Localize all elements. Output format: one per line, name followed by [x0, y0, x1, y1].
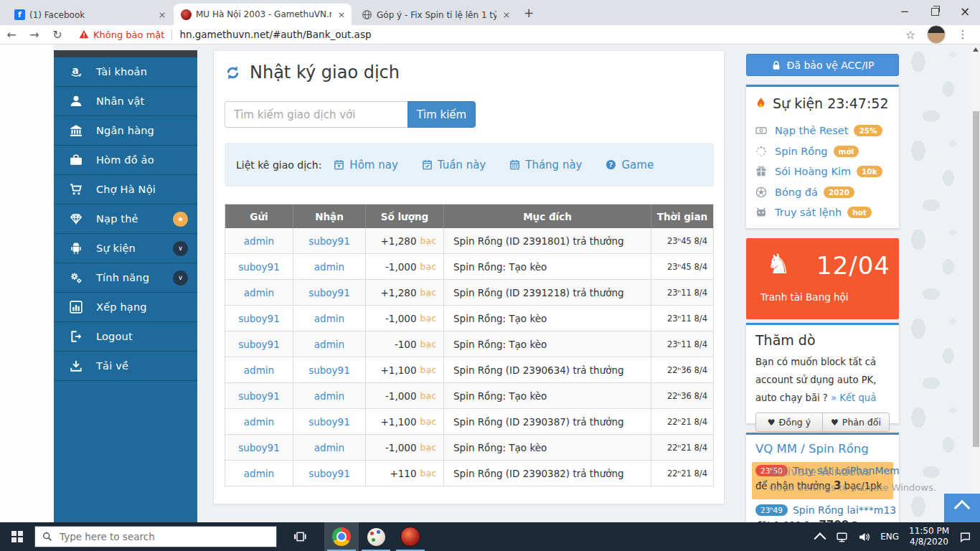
receiver-link[interactable]: admin: [314, 339, 344, 350]
receiver-link[interactable]: suboy91: [308, 416, 350, 428]
sender-link[interactable]: suboy91: [238, 339, 280, 350]
network-icon[interactable]: [836, 531, 848, 543]
sidebar-item-nhan-vat[interactable]: Nhân vật: [54, 87, 197, 116]
sender-link[interactable]: suboy91: [238, 390, 280, 402]
decorative-background: [903, 44, 971, 522]
spin-feed-link[interactable]: Truy sát LoiPhanMem: [793, 465, 900, 476]
chrome-taskbar-icon[interactable]: [324, 522, 359, 551]
poll-disagree-button[interactable]: Phản đối: [822, 413, 890, 432]
sender-link[interactable]: admin: [244, 287, 274, 298]
volume-icon[interactable]: [858, 531, 870, 543]
tab-close-icon[interactable]: [501, 9, 512, 21]
mu-game-taskbar-icon[interactable]: [393, 522, 428, 551]
tab-close-icon[interactable]: [156, 9, 168, 21]
url-text[interactable]: hn.gamethuvn.net/#auth/Bank_out.asp: [179, 29, 371, 40]
sidebar-item-hom-do-ao[interactable]: Hòm đồ ảo: [54, 146, 197, 175]
reload-button[interactable]: [46, 28, 69, 42]
spin-feed-link[interactable]: Spin Rồng lai***m13: [793, 504, 896, 516]
amount-cell: +1,280 bạc: [366, 228, 444, 253]
sender-link[interactable]: admin: [244, 235, 274, 247]
poll-agree-button[interactable]: Đồng ý: [755, 413, 823, 432]
table-body: admin suboy91 +1,280 bạc Spin Rồng (ID 2…: [225, 228, 713, 486]
search-button[interactable]: Tìm kiếm: [407, 101, 476, 128]
receiver-link[interactable]: admin: [314, 390, 344, 402]
event-link[interactable]: Truy sát lệnh: [775, 207, 842, 218]
event-badge: 25%: [854, 125, 882, 136]
event-link[interactable]: Nạp thẻ Reset: [775, 125, 848, 136]
amount-cell: +1,100 bạc: [366, 409, 444, 434]
sidebar-item-cho-ha-noi[interactable]: Chợ Hà Nội: [54, 175, 197, 204]
bank-icon: [70, 124, 84, 137]
close-button[interactable]: [950, 0, 980, 22]
forward-button[interactable]: [23, 28, 46, 42]
receiver-link[interactable]: suboy91: [308, 287, 350, 298]
filter-tuan-nay[interactable]: Tuần này: [422, 159, 486, 171]
scrollbar-thumb[interactable]: [973, 111, 979, 447]
tab-close-icon[interactable]: [336, 9, 347, 20]
sidebar-item-ngan-hang[interactable]: Ngân hàng: [54, 116, 197, 146]
event-nap-the-reset: Nạp thẻ Reset 25%: [755, 121, 890, 141]
language-indicator[interactable]: ENG: [880, 532, 899, 542]
task-view-button[interactable]: [286, 522, 314, 551]
sidebar-item-tai-khoan[interactable]: a Tài khoản: [54, 57, 197, 87]
amount-cell: +110 bạc: [366, 461, 444, 486]
receiver-link[interactable]: admin: [314, 313, 344, 324]
scroll-to-top-button[interactable]: [944, 494, 980, 522]
divider: [171, 29, 172, 40]
time-cell: 23ʰ45 8/4: [651, 254, 713, 279]
sender-link[interactable]: admin: [244, 468, 274, 479]
receiver-link[interactable]: suboy91: [308, 468, 350, 479]
tray-chevron-icon[interactable]: [814, 532, 826, 545]
paint-taskbar-icon[interactable]: [359, 522, 393, 551]
filter-game[interactable]: ? Game: [606, 159, 654, 171]
action-center-icon[interactable]: [959, 531, 971, 543]
sender-link[interactable]: suboy91: [238, 313, 280, 324]
poll-result-link[interactable]: » Kết quả: [831, 392, 876, 403]
sidebar-item-xep-hang[interactable]: Xếp hạng: [54, 293, 197, 322]
filter-thang-nay[interactable]: Tháng này: [509, 159, 582, 171]
sender-link[interactable]: admin: [244, 416, 274, 428]
sender-link[interactable]: admin: [244, 364, 274, 376]
receiver-link[interactable]: admin: [314, 261, 344, 273]
vertical-scrollbar[interactable]: [971, 44, 980, 522]
poll-buttons: Đồng ý Phản đối: [755, 413, 890, 432]
protect-acc-ip-button[interactable]: Đã bảo vệ ACC/IP: [746, 54, 899, 76]
tab-facebook[interactable]: (1) Facebook: [7, 4, 172, 25]
search-input[interactable]: [225, 101, 407, 128]
filter-hom-nay[interactable]: Hôm nay: [334, 159, 397, 171]
sidebar-item-su-kien[interactable]: Sự kiện ∨: [54, 234, 197, 263]
guild-tournament-banner[interactable]: 12/04 Tranh tài Bang hội: [746, 238, 899, 319]
minimize-button[interactable]: [890, 0, 920, 22]
new-tab-button[interactable]: [521, 5, 537, 21]
event-link[interactable]: Bóng đá: [775, 187, 818, 198]
sender-link[interactable]: suboy91: [238, 261, 280, 273]
sidebar-item-tinh-nang[interactable]: Tính năng ∨: [54, 263, 197, 293]
sender-link[interactable]: suboy91: [238, 442, 280, 453]
browser-menu-icon[interactable]: [951, 28, 974, 41]
tab-mu-active[interactable]: MU Hà Nội 2003 - GamethuVN.n: [174, 4, 352, 25]
event-link[interactable]: Sói Hoàng Kim: [775, 166, 851, 177]
spin-feed-title-link[interactable]: VQ MM / Spin Rồng: [755, 442, 869, 456]
bookmark-star-icon[interactable]: [900, 28, 921, 42]
tab-gop-y[interactable]: Góp ý - Fix Spin tỉ lệ lên 1 tỷ | Pag: [354, 4, 517, 25]
amount-value: -1,000: [385, 313, 417, 324]
event-link[interactable]: Spin Rồng: [775, 146, 828, 157]
back-button[interactable]: [0, 28, 23, 42]
sidebar-item-nap-the[interactable]: Nạp thẻ ★: [54, 204, 197, 234]
windows-logo-icon: [11, 531, 23, 542]
taskbar-search-input[interactable]: [58, 530, 276, 543]
receiver-link[interactable]: suboy91: [308, 235, 350, 247]
scrollbar-up-arrow[interactable]: [973, 47, 979, 52]
security-warning[interactable]: Không bảo mật: [93, 29, 164, 40]
refresh-icon[interactable]: [225, 65, 240, 80]
receiver-link[interactable]: admin: [314, 442, 344, 453]
avatar[interactable]: [927, 25, 946, 44]
taskbar-search[interactable]: [34, 526, 277, 547]
restore-button[interactable]: [920, 0, 950, 22]
sidebar-item-logout[interactable]: Logout: [54, 322, 197, 352]
sidebar-item-tai-ve[interactable]: Tải về: [54, 352, 197, 381]
start-button[interactable]: [0, 522, 34, 551]
clock[interactable]: 11:50 PM 4/8/2020: [909, 526, 949, 547]
receiver-link[interactable]: suboy91: [308, 364, 350, 376]
omnibox[interactable]: Không bảo mật hn.gamethuvn.net/#auth/Ban…: [79, 29, 900, 40]
